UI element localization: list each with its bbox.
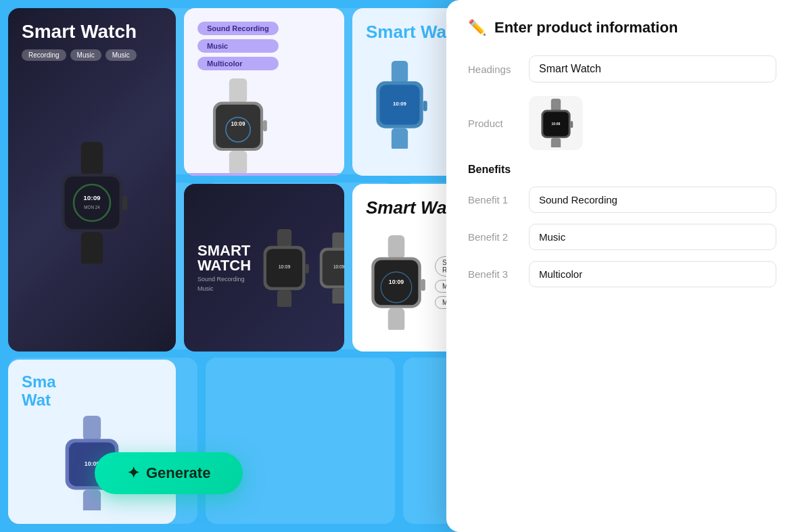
svg-text:10:09: 10:09 [231, 121, 245, 127]
benefit-3-input[interactable] [529, 261, 776, 287]
svg-rect-40 [83, 416, 101, 441]
cards-container: Smart Watch Recording Music Music 10:09 … [0, 0, 521, 532]
sparkle-icon: ✦ [127, 464, 139, 482]
product-thumbnail[interactable]: 10:09 [529, 96, 583, 150]
panel-header: ✏️ Enter product information [468, 19, 776, 37]
svg-rect-31 [332, 288, 344, 304]
watch-svg-d1: 10:09 [259, 229, 310, 307]
tag-sound-recording: Sound Recording [197, 22, 279, 35]
card-blue-partial[interactable]: SmaWat 10:09 [8, 360, 176, 524]
card-6-title: SmaWat [22, 373, 162, 409]
benefit-2-row: Benefit 2 [468, 224, 776, 250]
svg-rect-21 [277, 229, 291, 247]
tag-multicolor: Multicolor [197, 57, 279, 70]
card-1-watch: 10:09 MON 24 [22, 68, 162, 338]
watch-svg-d2: 10:09 [315, 233, 344, 304]
svg-text:10:09: 10:09 [333, 264, 344, 269]
card-purple-smartwatch[interactable]: Sound Recording Music Multicolor 10:09 S… [184, 8, 344, 176]
svg-rect-46 [551, 99, 561, 112]
benefit-2-label: Benefit 2 [468, 231, 529, 243]
headings-row: Headings [468, 55, 776, 82]
svg-rect-13 [229, 151, 247, 173]
benefit-3-row: Benefit 3 [468, 261, 776, 287]
tag-music-1: Music [70, 49, 101, 61]
card-2-watch: 10:09 [197, 78, 279, 173]
svg-rect-51 [571, 121, 573, 128]
svg-rect-8 [229, 78, 247, 103]
tag-music: Music [197, 39, 279, 53]
svg-rect-38 [388, 308, 405, 329]
card-5-watch: 10:09 [366, 226, 427, 338]
svg-rect-44 [83, 489, 101, 510]
card-2-footer: Smart Watch [184, 173, 344, 176]
svg-rect-26 [305, 264, 308, 273]
card-2-tags: Sound Recording Music Multicolor [197, 22, 279, 70]
tag-music-2: Music [105, 49, 137, 61]
svg-rect-6 [81, 232, 103, 264]
svg-text:MON 24: MON 24 [84, 205, 100, 210]
card-4-subtitle1: Sound Recording [197, 276, 251, 283]
card-4-text: SMARTWATCH Sound Recording Music [197, 243, 251, 292]
generate-label: Generate [146, 464, 210, 482]
watch-svg-purple: 10:09 [197, 78, 279, 173]
headings-input[interactable] [529, 55, 776, 82]
svg-rect-15 [392, 61, 408, 83]
svg-text:10:09: 10:09 [83, 194, 101, 201]
watch-svg-dark: 10:09 MON 24 [45, 142, 139, 264]
svg-rect-50 [551, 138, 561, 147]
svg-rect-27 [332, 233, 344, 249]
right-panel: ✏️ Enter product information Headings Pr… [446, 0, 798, 532]
benefit-2-input[interactable] [529, 224, 776, 250]
watch-svg-white: 10:09 [366, 235, 427, 330]
card-4-title: SMARTWATCH [197, 243, 251, 273]
svg-rect-0 [81, 142, 103, 176]
card-4-watches: 10:09 10:09 [259, 229, 344, 307]
product-row: Product 10:09 [468, 96, 776, 150]
benefit-1-label: Benefit 1 [468, 194, 529, 205]
svg-rect-7 [122, 195, 127, 210]
tag-recording: Recording [22, 49, 66, 61]
svg-rect-14 [263, 120, 267, 131]
benefit-1-input[interactable] [529, 187, 776, 213]
product-watch-svg: 10:09 [536, 99, 576, 147]
benefits-label: Benefits [468, 164, 776, 176]
headings-label: Headings [468, 64, 529, 75]
product-label: Product [468, 118, 529, 129]
watch-svg-blue: 10:09 [366, 61, 433, 149]
svg-rect-25 [277, 290, 291, 307]
benefit-3-label: Benefit 3 [468, 268, 529, 280]
svg-rect-33 [388, 235, 405, 259]
card-dark-smartwatch-2[interactable]: SMARTWATCH Sound Recording Music 10:09 1… [184, 184, 344, 352]
card-1-tags: Recording Music Music [22, 49, 137, 61]
svg-text:10:09: 10:09 [279, 264, 291, 269]
pencil-icon: ✏️ [468, 19, 486, 37]
svg-rect-39 [421, 279, 425, 291]
card-dark-smartwatch[interactable]: Smart Watch Recording Music Music 10:09 … [8, 8, 176, 352]
card-1-title: Smart Watch [22, 22, 137, 43]
svg-text:10:09: 10:09 [393, 100, 407, 106]
benefit-1-row: Benefit 1 [468, 187, 776, 213]
card-4-subtitle2: Music [197, 285, 251, 292]
svg-text:10:09: 10:09 [389, 278, 404, 285]
svg-text:10:09: 10:09 [552, 122, 561, 126]
generate-button[interactable]: ✦ Generate [95, 452, 243, 494]
svg-rect-20 [423, 100, 427, 111]
panel-title: Enter product information [494, 19, 678, 37]
svg-rect-19 [392, 128, 408, 148]
